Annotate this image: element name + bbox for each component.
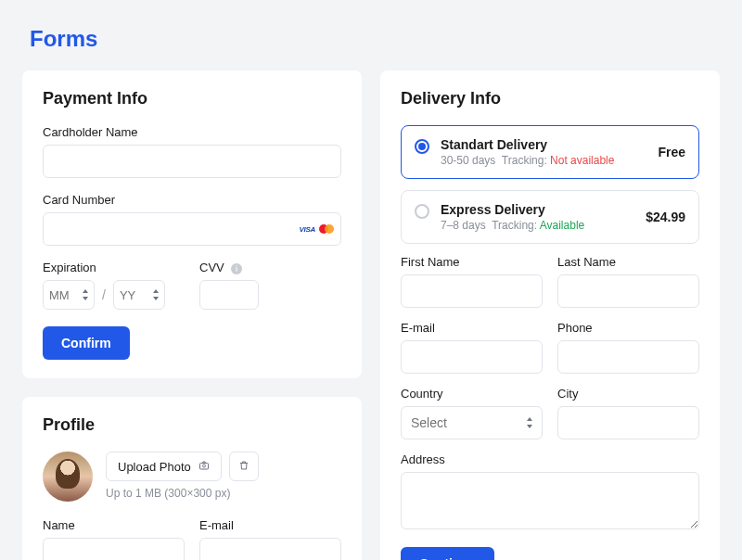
continue-button[interactable]: Continue bbox=[401, 547, 494, 560]
payment-card: Payment Info Cardholder Name Card Number… bbox=[22, 70, 362, 378]
email-label: E-mail bbox=[199, 518, 341, 532]
radio-icon bbox=[415, 139, 429, 154]
mastercard-icon bbox=[319, 224, 334, 234]
delivery-country-label: Country bbox=[401, 387, 543, 401]
cardholder-label: Cardholder Name bbox=[43, 125, 341, 139]
phone-input[interactable] bbox=[557, 340, 699, 374]
delivery-option-price: Free bbox=[658, 145, 685, 159]
phone-label: Phone bbox=[557, 321, 699, 335]
delivery-option-title: Standart Delivery bbox=[441, 137, 646, 152]
delivery-country-select[interactable] bbox=[401, 406, 543, 439]
upload-hint: Up to 1 MB (300×300 px) bbox=[106, 487, 259, 500]
svg-rect-2 bbox=[199, 463, 208, 469]
last-name-input[interactable] bbox=[557, 274, 699, 308]
first-name-input[interactable] bbox=[401, 274, 543, 308]
address-label: Address bbox=[401, 452, 699, 466]
profile-card: Profile Upload Photo bbox=[22, 397, 362, 560]
visa-icon: VISA bbox=[300, 225, 315, 234]
slash-divider: / bbox=[102, 287, 106, 302]
address-input[interactable] bbox=[401, 472, 699, 529]
info-icon: i bbox=[231, 263, 242, 274]
page-title: Forms bbox=[22, 0, 720, 70]
avatar bbox=[43, 452, 93, 502]
expiration-label: Expiration bbox=[43, 261, 185, 274]
delivery-option-sub: 30-50 days Tracking: Not available bbox=[441, 154, 646, 167]
delivery-city-input[interactable] bbox=[557, 406, 699, 439]
email-input[interactable] bbox=[199, 538, 341, 560]
svg-text:i: i bbox=[236, 264, 237, 274]
delivery-title: Delivery Info bbox=[401, 89, 699, 108]
profile-title: Profile bbox=[43, 415, 341, 435]
cvv-label: CVV i bbox=[199, 261, 341, 274]
camera-icon bbox=[198, 460, 210, 474]
radio-icon bbox=[415, 204, 429, 219]
upload-photo-button[interactable]: Upload Photo bbox=[106, 452, 222, 481]
expiration-month-select[interactable] bbox=[43, 280, 95, 310]
svg-point-3 bbox=[202, 465, 205, 467]
delete-photo-button[interactable] bbox=[229, 452, 259, 481]
delivery-city-label: City bbox=[557, 387, 699, 401]
delivery-email-input[interactable] bbox=[401, 340, 543, 374]
name-input[interactable] bbox=[43, 538, 185, 560]
card-number-input[interactable] bbox=[43, 212, 341, 246]
confirm-button[interactable]: Confirm bbox=[43, 326, 130, 360]
cvv-input[interactable] bbox=[199, 280, 259, 310]
name-label: Name bbox=[43, 518, 185, 532]
delivery-option-price: $24.99 bbox=[646, 210, 685, 224]
delivery-option-0[interactable]: Standart Delivery30-50 days Tracking: No… bbox=[401, 125, 699, 179]
card-brand-icons: VISA bbox=[300, 224, 334, 234]
payment-title: Payment Info bbox=[43, 89, 341, 108]
delivery-email-label: E-mail bbox=[401, 321, 543, 335]
delivery-card: Delivery Info Standart Delivery30-50 day… bbox=[380, 70, 720, 560]
delivery-option-title: Express Delivery bbox=[441, 202, 634, 217]
card-number-label: Card Number bbox=[43, 193, 341, 207]
expiration-year-select[interactable] bbox=[113, 280, 165, 310]
cardholder-input[interactable] bbox=[43, 145, 341, 178]
delivery-option-sub: 7–8 days Tracking: Available bbox=[441, 219, 634, 232]
last-name-label: Last Name bbox=[557, 255, 699, 269]
first-name-label: First Name bbox=[401, 255, 543, 269]
trash-icon bbox=[238, 460, 249, 474]
delivery-option-1[interactable]: Express Delivery7–8 days Tracking: Avail… bbox=[401, 190, 699, 244]
